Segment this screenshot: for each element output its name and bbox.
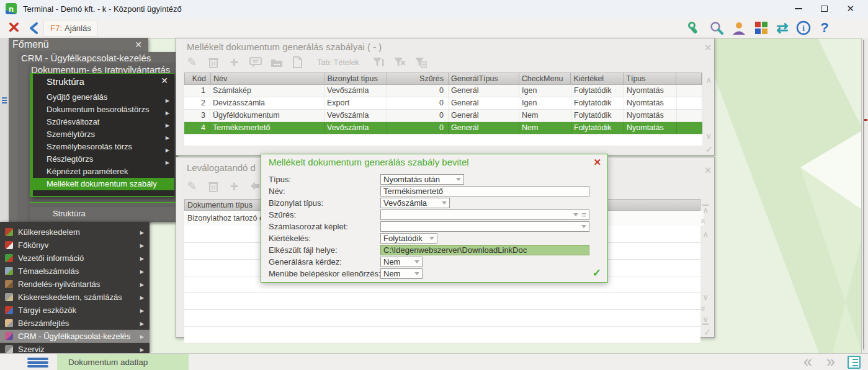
module-item[interactable]: Szerviz▶ <box>0 343 150 353</box>
selection-empty-row[interactable] <box>184 310 700 327</box>
module-item[interactable]: Vezetői információ▶ <box>0 252 150 265</box>
help-icon[interactable]: ? <box>817 20 833 36</box>
module-item[interactable]: CRM - Ügyfélkapcsolat-kezelés▶ <box>0 330 150 343</box>
table-row[interactable]: 1SzámlaképVevőszámla0GenerálIgenFolytató… <box>184 85 702 97</box>
dropdown-arrow-icon[interactable] <box>456 178 461 181</box>
field-select[interactable]: = <box>380 209 589 220</box>
modules-grid-icon[interactable] <box>753 20 769 36</box>
search-icon[interactable] <box>709 20 725 36</box>
module-item[interactable]: Bérszámfejtés▶ <box>0 317 150 330</box>
field-select[interactable] <box>380 221 589 232</box>
page-up-icon[interactable]: « <box>701 217 706 226</box>
column-header[interactable]: Típus <box>624 73 676 84</box>
selection-panel-close-icon[interactable]: ✕ <box>704 165 712 176</box>
minimize-icon[interactable] <box>795 8 802 9</box>
scroll-up-icon[interactable]: ∧ <box>705 76 712 84</box>
dropdown-arrow-icon[interactable] <box>581 225 586 228</box>
edit-icon[interactable]: ✎ <box>186 180 199 193</box>
scrollbar-thumb[interactable] <box>863 40 864 350</box>
scroll-up-icon[interactable]: ∧ <box>702 230 709 239</box>
field-select[interactable]: Vevőszámla <box>380 198 450 208</box>
dropdown-arrow-icon[interactable] <box>414 260 419 263</box>
field-input[interactable]: Termékismertető <box>380 186 589 196</box>
f7-ajanlas-button[interactable]: F7: Ajánlás <box>43 20 98 37</box>
table-row[interactable]: 4TermékismertetőVevőszámla0GenerálNemFol… <box>184 122 702 134</box>
switch-icon[interactable]: ⇄ <box>774 20 790 36</box>
column-header[interactable]: Bizonylat típus <box>324 73 387 84</box>
delete-icon[interactable] <box>207 180 220 193</box>
nav-next-icon[interactable]: » <box>826 353 835 370</box>
dropdown-arrow-icon[interactable] <box>429 237 434 240</box>
field-select[interactable]: Nem <box>380 268 423 279</box>
struktura-menu-item[interactable]: Részlegtörzs▶ <box>33 153 174 165</box>
import-icon[interactable] <box>249 180 262 193</box>
menu-hamburger-icon[interactable] <box>27 358 48 360</box>
user-icon[interactable] <box>731 20 747 36</box>
dialog-close-icon[interactable]: ✕ <box>593 157 601 168</box>
document-list-icon[interactable] <box>848 356 861 369</box>
module-item[interactable]: Főkönyv▶ <box>0 239 150 252</box>
scroll-down-icon[interactable]: ∨ <box>705 131 712 140</box>
main-menu-close-icon[interactable]: ✕ <box>135 40 142 49</box>
struktura-menu-item[interactable]: Személytörzs▶ <box>33 128 174 141</box>
dropdown-arrow-icon[interactable] <box>442 201 447 205</box>
column-header[interactable]: GenerálTípus <box>449 73 519 84</box>
module-item[interactable]: Kiskereskedelem, számlázás▶ <box>0 291 150 304</box>
table-row[interactable]: 3ÜgyféldokumentumVevőszámla0GenerálNemFo… <box>184 110 702 122</box>
field-select[interactable]: Nem <box>380 257 423 267</box>
dropdown-arrow-icon[interactable] <box>573 213 578 216</box>
module-item[interactable]: Rendelés-nyilvántartás▶ <box>0 278 150 291</box>
add-icon[interactable]: + <box>228 180 241 193</box>
struktura-menu-item[interactable]: Mellékelt dokumentum szabály <box>30 178 174 190</box>
window-scrollbar[interactable] <box>861 38 868 353</box>
filter-clear-icon[interactable] <box>393 56 406 69</box>
copy-document-icon[interactable] <box>291 56 304 69</box>
browse-folder-icon[interactable] <box>270 56 283 69</box>
struktura-menu-item[interactable]: Képnézet paraméterek <box>33 165 174 178</box>
info-icon[interactable]: i <box>795 20 812 36</box>
selection-empty-row[interactable] <box>184 293 700 310</box>
add-icon[interactable]: + <box>228 56 241 69</box>
column-header[interactable]: Név <box>211 73 325 84</box>
module-item[interactable]: Témaelszámolás▶ <box>0 265 150 278</box>
comment-icon[interactable] <box>249 56 262 69</box>
delete-icon[interactable] <box>207 56 220 69</box>
accept-icon[interactable]: ✓ <box>705 144 714 155</box>
rules-panel-close-icon[interactable]: ✕ <box>704 42 712 53</box>
column-header[interactable]: Szűrés <box>387 73 449 84</box>
column-header[interactable]: CheckMenu <box>519 73 571 84</box>
struktura-menu-item[interactable]: Szűrésváltozat▶ <box>33 116 174 128</box>
module-item[interactable]: Tárgyi eszközök▶ <box>0 304 150 317</box>
accept-icon[interactable]: ✓ <box>704 327 712 338</box>
back-icon[interactable] <box>29 22 40 34</box>
field-select[interactable]: Nyomtatás után <box>380 174 464 185</box>
status-tab-dokumentum-adatlap[interactable]: Dokumentum adatlap <box>57 354 189 370</box>
struktura-close-icon[interactable]: ✕ <box>161 76 168 85</box>
cancel-icon[interactable]: ✕ <box>7 19 20 37</box>
filter-icon[interactable] <box>372 56 385 69</box>
wrench-icon[interactable] <box>686 20 702 36</box>
go-top-icon[interactable]: ∧ <box>702 205 709 214</box>
table-row[interactable]: 2DevizásszámlaExport0GenerálIgenFolytató… <box>184 97 702 110</box>
field-select[interactable]: Folytatódik <box>380 233 437 244</box>
struktura-menu-item[interactable]: Személybesorolás törzs▶ <box>33 141 174 153</box>
column-header-empty[interactable] <box>676 73 702 84</box>
close-window-icon[interactable]: ✕ <box>846 4 854 13</box>
dialog-confirm-icon[interactable]: ✓ <box>593 266 601 280</box>
go-bottom-icon[interactable]: ∨ <box>702 315 709 325</box>
column-header[interactable]: Kód <box>185 73 211 84</box>
menu-item-struktura[interactable]: Struktúra <box>30 207 176 221</box>
nav-previous-icon[interactable]: « <box>803 353 812 370</box>
scroll-down-icon[interactable]: ∨ <box>702 293 709 301</box>
page-down-icon[interactable]: » <box>701 304 706 313</box>
maximize-icon[interactable] <box>821 6 828 12</box>
edit-icon[interactable]: ✎ <box>186 56 199 69</box>
filter-add-icon[interactable] <box>414 56 427 69</box>
module-item[interactable]: Külkereskedelem▶ <box>0 226 150 239</box>
equals-icon[interactable]: = <box>581 210 586 219</box>
struktura-menu-item[interactable]: Dokumentum besorolástörzs▶ <box>33 104 174 116</box>
struktura-menu-item[interactable]: Gyűjtő generálás▶ <box>33 91 174 104</box>
selection-empty-row[interactable] <box>184 327 700 343</box>
field-input[interactable]: C:\Idegenwebszerver\DownloadLinkDoc <box>380 245 589 255</box>
dropdown-arrow-icon[interactable] <box>414 272 419 275</box>
